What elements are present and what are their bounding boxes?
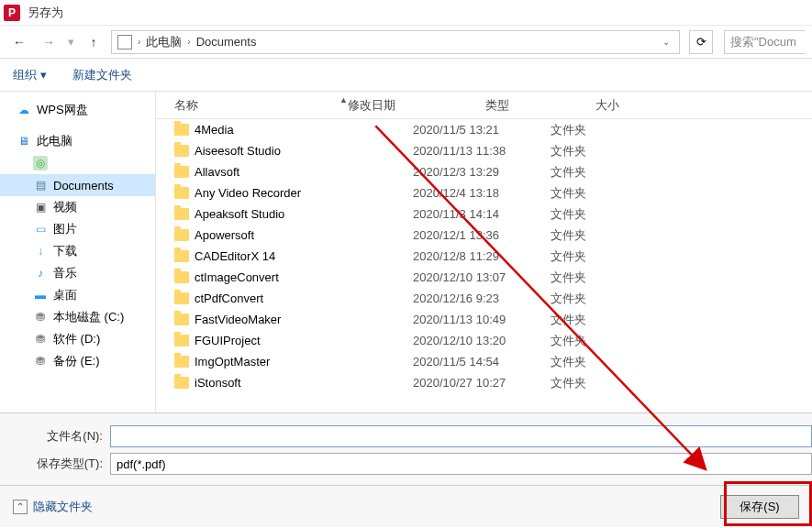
file-name: Any Video Recorder [195, 186, 301, 200]
folder-icon [174, 208, 189, 220]
file-date: 2020/11/5 14:54 [413, 355, 551, 368]
file-name: ctImageConvert [195, 270, 279, 284]
file-name: iStonsoft [195, 376, 241, 390]
table-row[interactable]: Apeaksoft Studio2020/11/3 14:14文件夹 [156, 204, 812, 225]
file-name: Apowersoft [195, 228, 254, 242]
sidebar-item[interactable]: ▣视频 [0, 196, 155, 218]
col-name-label: 名称 [174, 97, 198, 114]
file-type: 文件夹 [551, 333, 661, 349]
sidebar-item[interactable]: 🖥此电脑 [0, 130, 155, 152]
refresh-button[interactable]: ⟳ [689, 30, 713, 54]
col-size-header[interactable]: 大小 [595, 97, 812, 114]
file-date: 2020/11/5 13:21 [413, 123, 551, 137]
nav-up-icon[interactable]: ↑ [82, 30, 106, 54]
hide-folders-toggle[interactable]: ⌃ 隐藏文件夹 [13, 499, 93, 515]
sidebar-item-label: 下载 [53, 243, 77, 259]
folder-icon [174, 292, 189, 304]
nav-forward-icon[interactable]: → [37, 30, 61, 54]
sidebar-item[interactable]: ▭图片 [0, 218, 155, 240]
table-row[interactable]: FastVideoMaker2020/11/13 10:49文件夹 [156, 309, 812, 330]
file-type: 文件夹 [551, 291, 661, 307]
new-folder-button[interactable]: 新建文件夹 [72, 67, 132, 83]
file-type: 文件夹 [551, 248, 661, 265]
file-name: ctPdfConvert [195, 292, 263, 305]
video-icon: ▣ [33, 200, 48, 214]
file-date: 2020/12/16 9:23 [413, 292, 551, 305]
folder-icon [174, 377, 189, 389]
table-row[interactable]: CADEditorX 142020/12/8 11:29文件夹 [156, 246, 812, 267]
file-date: 2020/12/3 13:29 [413, 165, 551, 179]
title-bar: P 另存为 [0, 0, 812, 26]
table-row[interactable]: FGUIProject2020/12/10 13:20文件夹 [156, 330, 812, 351]
col-type-header[interactable]: 类型 [485, 97, 595, 114]
file-rows: 4Media2020/11/5 13:21文件夹Aiseesoft Studio… [156, 119, 812, 412]
folder-icon [174, 145, 189, 157]
green-icon: ◎ [33, 156, 48, 170]
file-date: 2020/11/13 11:38 [413, 144, 551, 158]
chevron-right-icon: › [138, 37, 140, 47]
nav-back-icon[interactable]: ← [7, 30, 31, 54]
address-dropdown-icon[interactable]: ⌄ [659, 37, 673, 47]
file-date: 2020/12/8 11:29 [413, 249, 551, 263]
organize-button[interactable]: 组织 ▾ [13, 67, 47, 83]
table-row[interactable]: Any Video Recorder2020/12/4 13:18文件夹 [156, 182, 812, 204]
save-button[interactable]: 保存(S) [720, 495, 799, 519]
table-row[interactable]: ImgOptMaster2020/11/5 14:54文件夹 [156, 351, 812, 372]
file-type: 文件夹 [551, 312, 661, 328]
sidebar-item[interactable]: ⛃本地磁盘 (C:) [0, 306, 155, 328]
chevron-right-icon: › [187, 37, 190, 47]
file-name: CADEditorX 14 [195, 249, 275, 263]
file-type: 文件夹 [551, 122, 661, 138]
breadcrumb[interactable]: › 此电脑 › Documents ⌄ [111, 30, 680, 54]
hide-folders-label: 隐藏文件夹 [33, 499, 93, 515]
sidebar-item[interactable]: ♪音乐 [0, 262, 155, 284]
sidebar-item-label: 备份 (E:) [53, 353, 100, 369]
file-type: 文件夹 [551, 270, 661, 286]
folder-icon [174, 356, 189, 368]
table-row[interactable]: Apowersoft2020/12/1 13:36文件夹 [156, 225, 812, 246]
filename-input[interactable] [110, 425, 812, 447]
sidebar: ☁WPS网盘🖥此电脑◎▤Documents▣视频▭图片↓下载♪音乐▬桌面⛃本地磁… [0, 92, 156, 412]
sidebar-item-label: 桌面 [53, 287, 77, 303]
disk-icon: ⛃ [33, 332, 48, 346]
chevron-up-icon: ⌃ [13, 500, 28, 514]
sidebar-item-label: Documents [53, 179, 114, 192]
crumb-folder[interactable]: Documents [196, 35, 257, 49]
file-date: 2020/12/4 13:18 [413, 186, 551, 200]
crumb-pc[interactable]: 此电脑 [146, 34, 182, 50]
sidebar-item[interactable]: ▤Documents [0, 174, 155, 196]
app-icon: P [4, 5, 20, 21]
sidebar-item-label: 软件 (D:) [53, 331, 100, 347]
file-name: FGUIProject [195, 334, 261, 347]
table-row[interactable]: Aiseesoft Studio2020/11/13 11:38文件夹 [156, 140, 812, 161]
table-row[interactable]: ctImageConvert2020/12/10 13:07文件夹 [156, 267, 812, 288]
folder-icon [174, 124, 189, 136]
file-name: Allavsoft [195, 165, 239, 179]
filetype-select[interactable] [110, 453, 812, 475]
table-row[interactable]: ctPdfConvert2020/12/16 9:23文件夹 [156, 288, 812, 309]
sidebar-item[interactable]: ↓下载 [0, 240, 155, 262]
table-row[interactable]: iStonsoft2020/10/27 10:27文件夹 [156, 372, 812, 393]
sidebar-item[interactable]: ⛃备份 (E:) [0, 350, 155, 372]
nav-dropdown-icon[interactable]: ▾ [68, 35, 74, 49]
file-name: Aiseesoft Studio [195, 144, 281, 158]
sidebar-item[interactable]: ⛃软件 (D:) [0, 328, 155, 350]
filename-label: 文件名(N): [0, 428, 110, 445]
main-area: ☁WPS网盘🖥此电脑◎▤Documents▣视频▭图片↓下载♪音乐▬桌面⛃本地磁… [0, 92, 812, 412]
file-date: 2020/10/27 10:27 [413, 376, 551, 390]
file-type: 文件夹 [551, 206, 661, 223]
table-row[interactable]: 4Media2020/11/5 13:21文件夹 [156, 119, 812, 140]
sidebar-item[interactable]: ◎ [0, 152, 155, 174]
folder-icon [174, 250, 189, 262]
table-row[interactable]: Allavsoft2020/12/3 13:29文件夹 [156, 161, 812, 182]
sidebar-item[interactable]: ☁WPS网盘 [0, 99, 155, 121]
sidebar-item[interactable]: ▬桌面 [0, 284, 155, 306]
sidebar-item-label: 本地磁盘 (C:) [53, 309, 124, 325]
file-type: 文件夹 [551, 185, 661, 202]
file-type: 文件夹 [551, 354, 661, 370]
folder-icon [174, 271, 189, 283]
pc-icon: 🖥 [17, 134, 31, 148]
col-date-header[interactable]: 修改日期 [348, 97, 485, 114]
search-input[interactable]: 搜索"Docum [724, 30, 805, 54]
sidebar-item-label: 视频 [53, 199, 77, 215]
